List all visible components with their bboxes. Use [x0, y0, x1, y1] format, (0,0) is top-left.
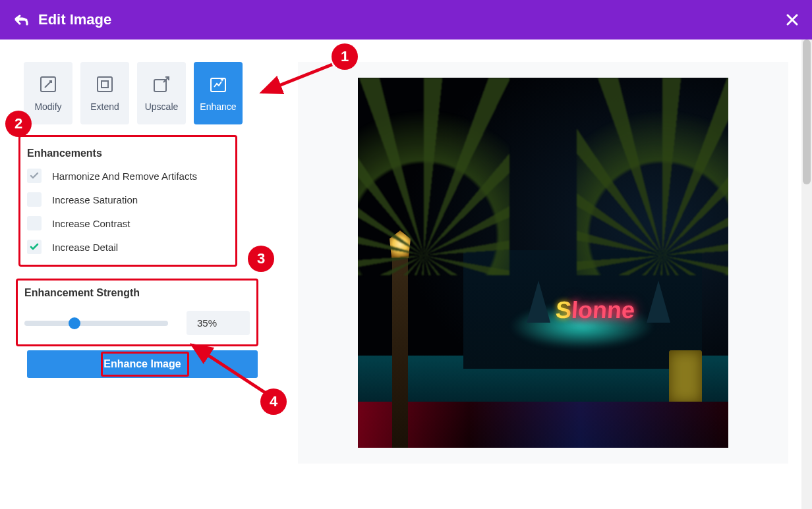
- callout-2: 2: [5, 111, 32, 137]
- modify-icon: [39, 75, 57, 94]
- button-label: Enhance Image: [103, 358, 181, 369]
- callout-4: 4: [260, 388, 287, 415]
- callout-3: 3: [248, 246, 274, 272]
- option-label: Harmonize And Remove Artifacts: [52, 171, 197, 182]
- extend-icon: [96, 75, 114, 94]
- tab-extend[interactable]: Extend: [80, 62, 129, 124]
- close-icon[interactable]: [786, 13, 799, 26]
- enhancements-highlight: Enhancements Harmonize And Remove Artifa…: [18, 135, 237, 267]
- tab-enhance[interactable]: Enhance: [194, 62, 243, 124]
- enhancements-title: Enhancements: [27, 147, 229, 159]
- sign-text: Slonne: [555, 296, 636, 324]
- tab-label: Modify: [34, 101, 61, 112]
- checkbox[interactable]: [27, 216, 42, 230]
- option-label: Increase Detail: [52, 242, 118, 253]
- checkbox[interactable]: [27, 192, 42, 207]
- option-harmonize[interactable]: Harmonize And Remove Artifacts: [27, 169, 229, 183]
- upscale-icon: [152, 75, 171, 94]
- option-label: Increase Saturation: [52, 194, 138, 205]
- tab-label: Upscale: [145, 101, 179, 112]
- svg-rect-2: [102, 81, 108, 88]
- tab-label: Enhance: [200, 101, 236, 112]
- checkbox[interactable]: [27, 240, 42, 254]
- option-contrast[interactable]: Increase Contrast: [27, 216, 229, 230]
- strength-highlight: Enhancement Strength 35%: [16, 279, 258, 346]
- undo-icon[interactable]: [13, 13, 29, 27]
- settings-panel: Modify Extend Upscale: [24, 62, 261, 464]
- scrollbar[interactable]: [801, 40, 812, 509]
- strength-slider[interactable]: [24, 321, 168, 326]
- enhance-icon: [209, 75, 227, 94]
- tab-upscale[interactable]: Upscale: [137, 62, 186, 124]
- strength-value[interactable]: 35%: [187, 311, 250, 335]
- tool-tabs: Modify Extend Upscale: [24, 62, 261, 124]
- enhance-image-button[interactable]: Enhance Image: [27, 350, 258, 378]
- preview-image: Slonne: [358, 78, 728, 448]
- checkbox[interactable]: [27, 169, 42, 183]
- option-saturation[interactable]: Increase Saturation: [27, 192, 229, 207]
- option-detail[interactable]: Increase Detail: [27, 240, 229, 254]
- svg-rect-1: [98, 77, 112, 92]
- tab-modify[interactable]: Modify: [24, 62, 72, 124]
- modal-title: Edit Image: [38, 11, 111, 28]
- strength-title: Enhancement Strength: [24, 287, 250, 299]
- slider-thumb[interactable]: [69, 317, 80, 329]
- modal-header: Edit Image: [0, 0, 812, 40]
- scrollbar-thumb[interactable]: [803, 40, 811, 184]
- option-label: Increase Contrast: [52, 218, 130, 229]
- preview-panel: Slonne: [298, 62, 788, 464]
- tab-label: Extend: [90, 101, 119, 112]
- callout-1: 1: [332, 43, 358, 70]
